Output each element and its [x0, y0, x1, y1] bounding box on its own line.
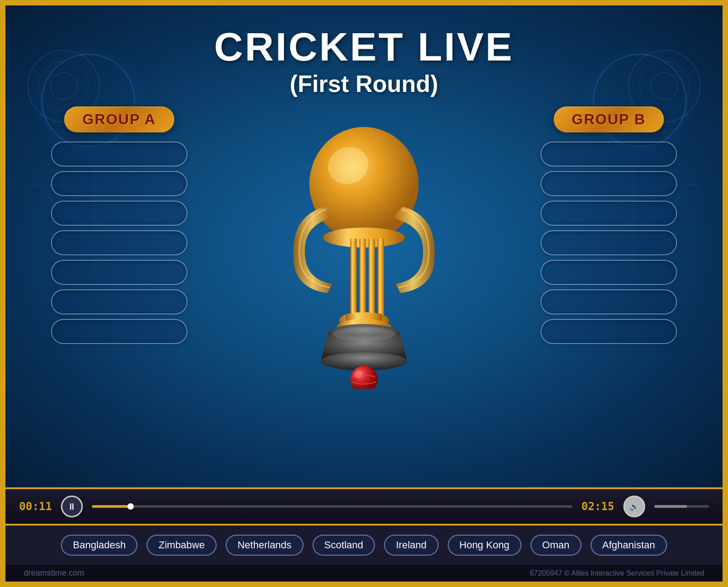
team-slot	[51, 319, 187, 344]
group-a-column: GROUP A	[42, 106, 197, 344]
svg-rect-18	[359, 238, 366, 320]
team-tag: Oman	[531, 535, 581, 556]
team-tag: Bangladesh	[61, 535, 137, 556]
team-tag: Scotland	[313, 535, 375, 556]
team-slot	[51, 289, 187, 314]
title-section: CRICKET LIVE (First Round)	[214, 5, 514, 97]
progress-bar[interactable]	[92, 505, 572, 508]
bottom-bar: dreamstime.com 67205947 © Allies Interac…	[5, 565, 723, 582]
main-title: CRICKET LIVE	[214, 24, 514, 70]
teams-ticker: BangladeshZimbabweNetherlandsScotlandIre…	[5, 526, 723, 565]
current-time: 00:11	[19, 500, 52, 513]
sub-title: (First Round)	[214, 70, 514, 97]
team-slot	[541, 171, 677, 196]
team-slot	[51, 171, 187, 196]
pause-button[interactable]: ⏸	[61, 496, 83, 517]
stock-company: © Allies Interactive Services Private Li…	[564, 569, 704, 577]
team-slot	[51, 230, 187, 255]
volume-fill	[654, 505, 687, 508]
team-tag: Ireland	[384, 535, 438, 556]
team-slot	[541, 260, 677, 285]
total-time: 02:15	[581, 500, 614, 513]
svg-point-14	[309, 127, 419, 241]
volume-icon: 🔈	[630, 502, 639, 511]
team-tag: Netherlands	[226, 535, 303, 556]
svg-point-5	[651, 73, 677, 100]
team-tag: Hong Kong	[448, 535, 521, 556]
svg-point-26	[332, 327, 396, 341]
stock-info: 67205947 © Allies Interactive Services P…	[530, 569, 704, 577]
team-slot	[541, 201, 677, 226]
pause-icon: ⏸	[67, 501, 76, 512]
svg-rect-19	[369, 238, 375, 320]
team-tag: Zimbabwe	[147, 535, 216, 556]
progress-dot	[127, 503, 134, 510]
group-b-column: GROUP B	[531, 106, 686, 344]
team-slot	[541, 230, 677, 255]
svg-point-2	[51, 73, 77, 100]
team-slot	[51, 260, 187, 285]
media-player-bar: 00:11 ⏸ 02:15 🔈	[5, 487, 723, 526]
group-a-label: GROUP A	[64, 106, 174, 132]
trophy-icon	[268, 125, 460, 389]
team-slot	[541, 142, 677, 167]
volume-bar[interactable]	[654, 505, 709, 508]
trophy-center	[268, 125, 460, 389]
progress-fill	[92, 505, 130, 508]
team-slot	[51, 142, 187, 167]
stock-id: 67205947	[530, 569, 562, 577]
groups-section: GROUP A	[5, 97, 723, 487]
team-slot	[541, 289, 677, 314]
team-slot	[51, 201, 187, 226]
svg-rect-17	[350, 238, 357, 320]
group-b-label: GROUP B	[554, 106, 664, 132]
watermark: dreamstime.com	[24, 568, 84, 578]
volume-button[interactable]: 🔈	[623, 496, 645, 517]
team-tag: Afghanistan	[591, 535, 667, 556]
team-slot	[541, 319, 677, 344]
svg-rect-20	[378, 238, 384, 320]
